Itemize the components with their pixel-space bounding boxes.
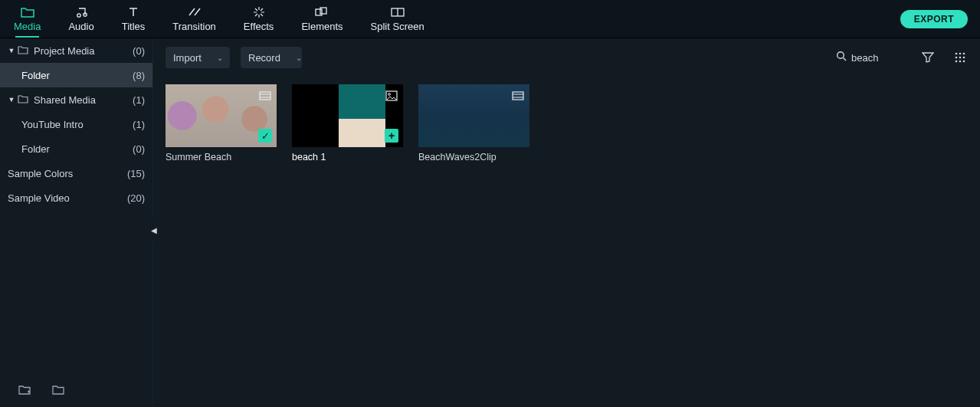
main-area: ▼ Project Media (0) Folder (8) ▼ Shared … xyxy=(0,38,980,407)
sidebar-item-label: Sample Video xyxy=(8,192,127,204)
splitscreen-icon xyxy=(391,5,405,19)
transition-icon xyxy=(188,5,202,19)
music-icon xyxy=(75,5,87,19)
add-to-timeline-button[interactable]: + xyxy=(385,129,398,143)
sidebar-item-label: Project Media xyxy=(34,45,133,57)
sidebar-list: ▼ Project Media (0) Folder (8) ▼ Shared … xyxy=(0,38,152,375)
chevron-down-icon: ▼ xyxy=(8,47,15,54)
tab-label: Effects xyxy=(244,21,274,32)
export-button[interactable]: EXPORT xyxy=(900,10,968,28)
sidebar-item-count: (8) xyxy=(133,70,145,81)
svg-point-13 xyxy=(963,57,965,59)
checkmark-icon: ✓ xyxy=(258,129,272,143)
svg-point-0 xyxy=(77,14,80,17)
sidebar-item-youtube-intro[interactable]: YouTube Intro (1) xyxy=(0,112,152,136)
search-input[interactable] xyxy=(851,52,900,64)
record-dropdown[interactable]: Record ⌄ xyxy=(241,47,302,68)
import-dropdown[interactable]: Import ⌄ xyxy=(166,47,230,68)
search-icon xyxy=(836,51,847,64)
tab-label: Titles xyxy=(122,21,146,32)
sidebar-item-count: (1) xyxy=(133,119,145,130)
sidebar-item-count: (15) xyxy=(127,168,145,179)
grid-view-button[interactable] xyxy=(949,47,971,68)
tab-label: Audio xyxy=(68,21,93,32)
thumb-part xyxy=(339,84,385,147)
sidebar-item-label: YouTube Intro xyxy=(21,119,133,130)
svg-rect-3 xyxy=(320,8,326,14)
folder-icon xyxy=(17,94,29,106)
grid-icon xyxy=(955,52,965,63)
tab-audio[interactable]: Audio xyxy=(54,0,107,38)
collapse-sidebar-button[interactable]: ◀ xyxy=(149,218,159,241)
tab-titles[interactable]: Titles xyxy=(108,0,159,38)
media-card[interactable]: BeachWaves2Clip xyxy=(418,84,529,162)
sidebar-item-count: (0) xyxy=(133,143,145,155)
svg-point-15 xyxy=(959,61,962,63)
text-icon xyxy=(128,5,139,19)
chevron-down-icon: ▼ xyxy=(8,96,15,103)
chevron-down-icon: ⌄ xyxy=(217,54,223,62)
content-toolbar: Import ⌄ Record ⌄ xyxy=(153,38,980,77)
svg-rect-2 xyxy=(316,9,322,15)
tab-label: Elements xyxy=(301,21,343,32)
sidebar-item-project-media[interactable]: ▼ Project Media (0) xyxy=(0,38,152,63)
svg-point-14 xyxy=(955,61,958,63)
sidebar-item-label: Folder xyxy=(21,143,133,155)
tab-effects[interactable]: Effects xyxy=(230,0,288,38)
chevron-down-icon: ⌄ xyxy=(296,54,302,62)
import-label: Import xyxy=(173,52,202,64)
sparkle-icon xyxy=(253,5,265,19)
sidebar-item-count: (1) xyxy=(133,94,145,106)
tab-elements[interactable]: Elements xyxy=(287,0,356,38)
folder-icon xyxy=(17,45,29,57)
sidebar-item-sample-video[interactable]: Sample Video (20) xyxy=(0,185,152,210)
svg-rect-22 xyxy=(513,92,523,100)
folder-icon xyxy=(21,5,34,19)
video-type-icon xyxy=(511,89,525,103)
thumb-part xyxy=(292,84,339,147)
svg-point-21 xyxy=(388,94,391,96)
svg-line-7 xyxy=(844,58,847,61)
svg-point-10 xyxy=(963,53,965,55)
shapes-icon xyxy=(315,5,329,19)
thumbnail: + xyxy=(292,84,403,147)
video-type-icon xyxy=(258,89,272,103)
svg-point-9 xyxy=(959,53,962,55)
sidebar-footer xyxy=(0,375,152,407)
sidebar-item-folder-2[interactable]: Folder (0) xyxy=(0,136,152,161)
folder-icon[interactable] xyxy=(52,384,64,398)
sidebar-item-shared-media[interactable]: ▼ Shared Media (1) xyxy=(0,87,152,112)
record-label: Record xyxy=(248,52,280,64)
filter-icon xyxy=(922,52,934,63)
sidebar-item-label: Folder xyxy=(21,70,133,81)
media-grid: ✓ Summer Beach + beach 1 xyxy=(153,77,980,170)
thumbnail: ✓ xyxy=(166,84,277,147)
sidebar-item-sample-colors[interactable]: Sample Colors (15) xyxy=(0,161,152,185)
sidebar-item-count: (0) xyxy=(133,45,145,57)
media-card-title: beach 1 xyxy=(292,152,403,162)
search-field[interactable] xyxy=(830,47,906,68)
image-type-icon xyxy=(385,89,398,103)
svg-point-6 xyxy=(837,52,844,59)
svg-point-12 xyxy=(959,57,962,59)
tab-label: Transition xyxy=(172,21,216,32)
top-tabs: Media Audio Titles Transition Effects xyxy=(0,0,438,38)
media-card[interactable]: + beach 1 xyxy=(292,84,403,162)
tab-label: Split Screen xyxy=(371,21,424,32)
media-card[interactable]: ✓ Summer Beach xyxy=(166,84,277,162)
sidebar-item-count: (20) xyxy=(127,192,145,204)
svg-rect-17 xyxy=(260,92,270,100)
svg-point-16 xyxy=(963,61,965,63)
svg-point-8 xyxy=(955,53,958,55)
sidebar: ▼ Project Media (0) Folder (8) ▼ Shared … xyxy=(0,38,153,407)
tab-media[interactable]: Media xyxy=(0,0,54,38)
tab-split-screen[interactable]: Split Screen xyxy=(357,0,438,38)
thumbnail xyxy=(418,84,529,147)
new-folder-icon[interactable] xyxy=(18,384,31,398)
sidebar-item-folder[interactable]: Folder (8) xyxy=(0,63,152,87)
tab-transition[interactable]: Transition xyxy=(159,0,230,38)
sidebar-item-label: Sample Colors xyxy=(8,168,127,179)
filter-button[interactable] xyxy=(917,47,939,68)
tab-label: Media xyxy=(14,21,41,32)
media-card-title: BeachWaves2Clip xyxy=(418,152,529,162)
